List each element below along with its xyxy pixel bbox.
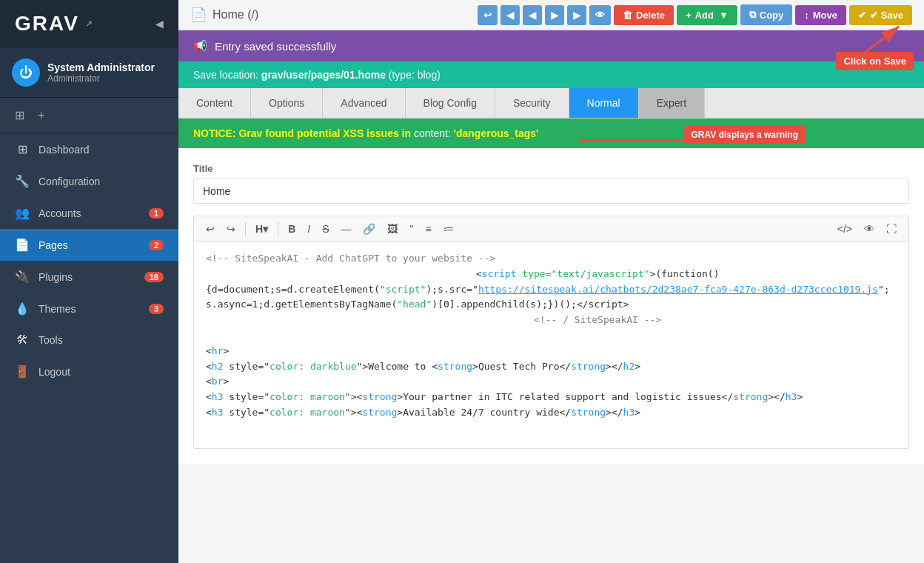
code-line-9: <h3 style="color: maroon"><strong>Your p… [206,390,897,405]
sidebar-item-accounts[interactable]: 👥 Accounts 1 [0,197,178,229]
tabs-bar: Content Options Advanced Blog Config Sec… [178,88,924,119]
editor-redo[interactable]: ↪ [222,221,240,237]
editor-code[interactable]: </> [833,221,857,237]
xss-notice: NOTICE: Grav found potential XSS issues … [193,127,411,139]
editor-heading[interactable]: H▾ [251,221,272,237]
xss-content-label: content: [414,127,454,139]
logout-icon: 🚪 [15,364,30,379]
code-line-3: {d=document;s=d.createElement("script");… [206,282,897,313]
sidebar-add-btn[interactable]: + [35,106,47,125]
avatar: ⏻ [12,59,40,87]
copy-button[interactable]: ⧉ Copy [740,4,793,25]
content-area: 📢 Entry saved successfully Save location… [178,30,924,563]
code-line-1: <!-- SiteSpeakAI - Add ChatGPT to your w… [206,251,897,267]
sidebar-item-pages[interactable]: 📄 Pages 2 [0,229,178,261]
delete-button[interactable]: 🗑 Delete [614,5,674,25]
title-label: Title [193,163,909,174]
code-line-4: <!-- / SiteSpeakAI --> [206,313,897,328]
editor-right-buttons: </> 👁 ⛶ [833,221,901,237]
copy-icon: ⧉ [749,9,756,21]
editor-hr[interactable]: — [336,221,355,237]
plugins-badge: 18 [144,272,164,282]
tab-options[interactable]: Options [251,88,323,118]
move-icon: ↕ [804,10,809,21]
tab-expert[interactable]: Expert [639,88,705,118]
user-name: System Administrator [47,61,155,73]
add-button[interactable]: + Add ▼ [677,5,737,25]
sidebar-item-plugins[interactable]: 🔌 Plugins 18 [0,261,178,293]
next-button-1[interactable]: ▶ [545,5,564,25]
user-info: System Administrator Administrator [47,61,155,84]
sidebar-item-themes[interactable]: 💧 Themes 3 [0,293,178,324]
alert-success: 📢 Entry saved successfully [178,30,924,61]
sidebar-item-label: Plugins [38,271,144,283]
external-link-icon[interactable]: ↗ [85,19,93,29]
pages-badge: 2 [149,240,164,250]
prev-button-1[interactable]: ◀ [500,5,520,25]
alert-warning: NOTICE: Grav found potential XSS issues … [178,119,924,148]
code-line-2: <script type="text/javascript">(function… [206,267,897,282]
page-title: Home (/) [212,8,258,21]
dashboard-icon: ⊞ [15,142,30,156]
tab-normal[interactable]: Normal [569,88,639,118]
move-button[interactable]: ↕ Move [795,5,846,25]
sidebar-collapse-btn[interactable]: ◀ [155,18,164,30]
editor-unordered-list[interactable]: ≡ [421,221,435,237]
add-icon: + [686,10,692,21]
tab-advanced[interactable]: Advanced [323,88,405,118]
editor-italic[interactable]: I [303,221,315,237]
editor-preview[interactable]: 👁 [860,221,879,237]
editor-quote[interactable]: " [405,221,418,237]
sidebar-grid-btn[interactable]: ⊞ [12,105,27,125]
configuration-icon: 🔧 [15,174,30,188]
save-button[interactable]: ✔ ✔ Save [849,5,912,25]
code-editor[interactable]: <!-- SiteSpeakAI - Add ChatGPT to your w… [193,241,909,449]
editor-fullscreen[interactable]: ⛶ [882,221,901,237]
prev-button-2[interactable]: ◀ [523,5,542,25]
user-section: ⏻ System Administrator Administrator [0,48,178,98]
tab-security[interactable]: Security [495,88,569,118]
accounts-badge: 1 [149,208,164,219]
save-location-prefix: Save location: [193,69,258,81]
save-location-type: type: blog [392,69,437,81]
megaphone-icon: 📢 [193,39,207,53]
sidebar-item-dashboard[interactable]: ⊞ Dashboard [0,133,178,165]
tools-icon: 🛠 [15,333,30,347]
code-line-7: <h2 style="color: darkblue">Welcome to <… [206,359,897,375]
next-button-2[interactable]: ▶ [567,5,586,25]
editor-toolbar: ↩ ↪ H▾ B I S — 🔗 🖼 " ≡ ≔ </> 👁 [193,216,909,241]
add-dropdown-icon: ▼ [719,10,729,21]
editor-strikethrough[interactable]: S [318,221,333,237]
code-line-10: <h3 style="color: maroon"><strong>Availa… [206,405,897,421]
editor-bold[interactable]: B [284,221,300,237]
page-title-area: 📄 Home (/) [190,7,258,23]
sidebar-item-configuration[interactable]: 🔧 Configuration [0,165,178,197]
logo-text: GRAV [15,12,79,36]
xss-warning-container: NOTICE: Grav found potential XSS issues … [178,119,924,148]
user-role: Administrator [47,73,155,84]
back-button[interactable]: ↩ [478,5,498,25]
plugins-icon: 🔌 [15,270,30,284]
check-icon: ✔ [858,10,866,21]
top-toolbar: 📄 Home (/) ↩ ◀ ◀ ▶ ▶ 👁 🗑 Delete + Add ▼ … [178,0,924,30]
code-line-6: <hr> [206,344,897,359]
title-input[interactable] [193,179,909,204]
preview-button[interactable]: 👁 [589,5,611,25]
pages-icon: 📄 [15,238,30,252]
editor-ordered-list[interactable]: ≔ [439,221,458,237]
sidebar-item-tools[interactable]: 🛠 Tools [0,324,178,356]
editor-link[interactable]: 🔗 [358,221,380,237]
editor-container: ↩ ↪ H▾ B I S — 🔗 🖼 " ≡ ≔ </> 👁 [193,216,909,449]
tab-blog-config[interactable]: Blog Config [406,88,495,118]
editor-undo[interactable]: ↩ [201,221,219,237]
editor-image[interactable]: 🖼 [383,221,402,237]
themes-icon: 💧 [15,302,30,316]
sidebar-item-label: Accounts [38,207,149,219]
main-content: 📄 Home (/) ↩ ◀ ◀ ▶ ▶ 👁 🗑 Delete + Add ▼ … [178,0,924,563]
sidebar-item-label: Themes [38,303,149,315]
sidebar: GRAV ↗ ◀ ⏻ System Administrator Administ… [0,0,178,563]
sidebar-item-logout[interactable]: 🚪 Logout [0,356,178,387]
sidebar-item-label: Configuration [38,176,164,187]
tab-content[interactable]: Content [178,88,251,118]
sidebar-item-label: Dashboard [38,144,164,156]
